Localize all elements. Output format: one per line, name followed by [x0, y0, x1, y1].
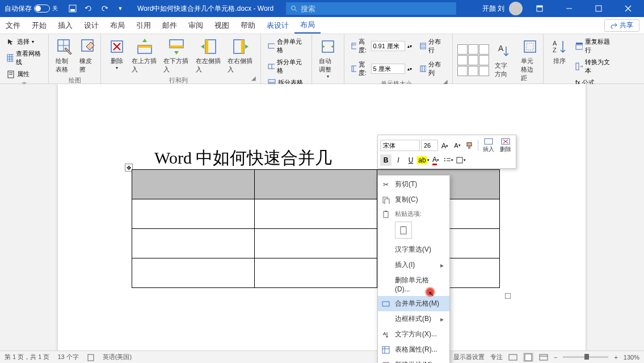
ctx-table-props[interactable]: 表格属性(R)...	[378, 342, 449, 357]
table-cell[interactable]	[132, 170, 255, 199]
tab-references[interactable]: 引用	[131, 17, 157, 34]
align-tr[interactable]	[479, 44, 489, 55]
avatar[interactable]	[509, 2, 523, 15]
search-input[interactable]	[301, 5, 452, 13]
font-color-button[interactable]: A▾	[430, 155, 441, 166]
height-input[interactable]	[371, 41, 405, 51]
table-cell[interactable]	[132, 229, 255, 258]
status-proofing-icon[interactable]	[87, 353, 95, 361]
table-resize-handle[interactable]	[505, 293, 511, 299]
autosave-toggle[interactable]: 自动保存 关	[0, 4, 62, 14]
ctx-insert[interactable]: 插入(I)▸	[378, 257, 449, 273]
ctx-copy[interactable]: 复制(C)	[378, 192, 449, 207]
share-button[interactable]: 共享	[604, 19, 639, 32]
ctx-text-direction[interactable]: A文字方向(X)...	[378, 327, 449, 342]
insert-above-button[interactable]: 在上方插入	[129, 36, 160, 75]
view-web-icon[interactable]	[539, 353, 548, 361]
bullets-button[interactable]: ▾	[443, 155, 454, 166]
width-input[interactable]	[371, 64, 405, 74]
decrease-font-icon[interactable]: A▾	[452, 140, 463, 151]
qat-dropdown-icon[interactable]: ▼	[116, 4, 125, 13]
font-name-input[interactable]	[380, 140, 420, 151]
tab-layout[interactable]: 布局	[104, 17, 131, 34]
zoom-in-button[interactable]: +	[614, 354, 617, 361]
page[interactable]: Word 中如何快速合并几 ✥	[58, 84, 586, 351]
mini-delete-button[interactable]: 删除	[498, 137, 513, 153]
distribute-rows-button[interactable]: 分布行	[418, 36, 448, 56]
ctx-merge-cells[interactable]: 合并单元格(M)	[378, 296, 449, 311]
table-cell[interactable]	[255, 229, 377, 258]
align-bl[interactable]	[457, 66, 468, 76]
ctx-cut[interactable]: ✂剪切(T)	[378, 177, 449, 192]
underline-button[interactable]: U	[405, 155, 416, 166]
tab-tabledesign[interactable]: 表设计	[261, 17, 294, 34]
ctx-border-styles[interactable]: 边框样式(B)▸	[378, 311, 449, 327]
view-print-icon[interactable]	[523, 353, 533, 362]
italic-button[interactable]: I	[393, 155, 404, 166]
distribute-cols-button[interactable]: 分布列	[418, 59, 448, 78]
status-language[interactable]: 英语(美国)	[103, 353, 132, 361]
close-button[interactable]	[616, 0, 641, 17]
align-bc[interactable]	[468, 66, 478, 76]
align-mr[interactable]	[479, 55, 489, 65]
undo-icon[interactable]	[84, 4, 93, 13]
delete-button[interactable]: 删除▾	[106, 36, 128, 72]
tab-view[interactable]: 视图	[209, 17, 235, 34]
paste-option[interactable]	[395, 222, 412, 239]
cell-margins-button[interactable]: 单元格边距	[519, 36, 541, 84]
insert-below-button[interactable]: 在下方插入	[161, 36, 192, 75]
align-tl[interactable]	[457, 44, 468, 55]
align-tc[interactable]	[468, 44, 478, 55]
redo-icon[interactable]	[100, 4, 109, 13]
select-button[interactable]: 选择▾	[5, 36, 36, 47]
table-cell[interactable]	[255, 199, 377, 229]
highlight-button[interactable]: ab▾	[418, 155, 429, 166]
table-cell[interactable]	[255, 170, 377, 199]
mini-insert-button[interactable]: 插入	[481, 137, 496, 153]
gridlines-button[interactable]: 查看网格线	[5, 48, 44, 68]
split-cells-button[interactable]: 拆分单元格	[266, 57, 307, 76]
tab-mailings[interactable]: 邮件	[157, 17, 183, 34]
insert-right-button[interactable]: 在右侧插入	[225, 36, 256, 75]
zoom-out-button[interactable]: −	[554, 354, 557, 361]
maximize-button[interactable]	[586, 0, 611, 17]
tab-file[interactable]: 文件	[0, 17, 26, 34]
autofit-button[interactable]: 自动调整▾	[317, 36, 339, 80]
status-words[interactable]: 13 个字	[57, 353, 78, 361]
table-cell[interactable]	[132, 258, 255, 288]
tab-help[interactable]: 帮助	[235, 17, 261, 34]
status-page[interactable]: 第 1 页，共 1 页	[5, 353, 49, 361]
tab-design[interactable]: 设计	[78, 17, 104, 34]
view-read-icon[interactable]	[508, 353, 517, 361]
tab-home[interactable]: 开始	[26, 17, 52, 34]
dialog-launcher-icon[interactable]: ◢	[251, 75, 256, 85]
display-settings[interactable]: 显示器设置	[453, 353, 485, 361]
ribbon-display-icon[interactable]	[527, 0, 552, 17]
tab-insert[interactable]: 插入	[52, 17, 78, 34]
insert-left-button[interactable]: 在左侧插入	[193, 36, 224, 75]
table-cell[interactable]	[132, 199, 255, 229]
search-box[interactable]	[286, 2, 456, 15]
merge-cells-button[interactable]: 合并单元格	[266, 36, 307, 56]
borders-button[interactable]: ▾	[455, 155, 466, 166]
align-mc[interactable]	[468, 55, 478, 65]
zoom-level[interactable]: 130%	[624, 354, 639, 361]
toggle-switch[interactable]	[34, 5, 50, 12]
zoom-slider[interactable]	[563, 356, 608, 358]
save-icon[interactable]	[68, 4, 77, 13]
eraser-button[interactable]: 橡皮擦	[77, 36, 100, 75]
tab-tablelayout[interactable]: 布局	[294, 17, 321, 34]
sort-button[interactable]: AZ排序	[548, 36, 571, 66]
ctx-delete-cells[interactable]: 删除单元格(D)...	[378, 273, 449, 296]
table-cell[interactable]	[255, 258, 377, 288]
align-ml[interactable]	[457, 55, 468, 65]
bold-button[interactable]: B	[380, 155, 392, 166]
increase-font-icon[interactable]: A▴	[439, 140, 451, 151]
font-size-input[interactable]	[421, 140, 438, 151]
focus-mode[interactable]: 专注	[490, 353, 503, 361]
tab-review[interactable]: 审阅	[183, 17, 209, 34]
ctx-new-comment[interactable]: 新建批注(M)	[378, 357, 449, 363]
format-painter-icon[interactable]	[464, 140, 475, 151]
ctx-hanzi[interactable]: 汉字重选(V)	[378, 242, 449, 257]
align-br[interactable]	[479, 66, 489, 76]
